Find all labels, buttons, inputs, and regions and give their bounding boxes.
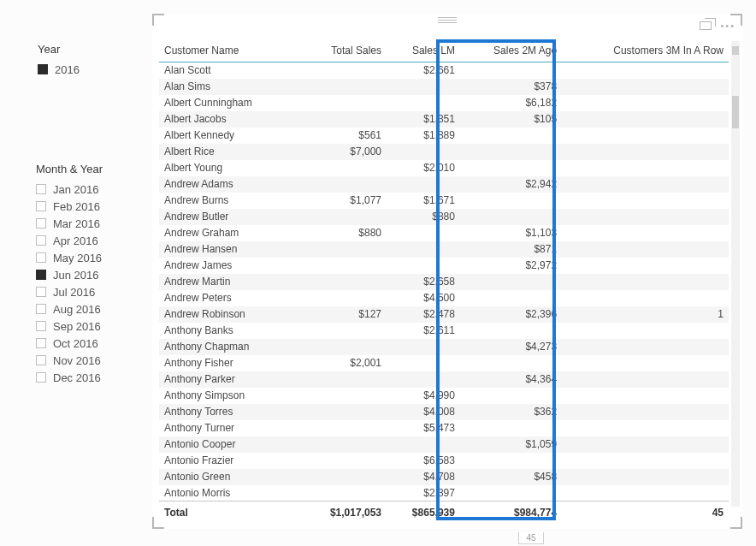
cell-m2 [460, 209, 562, 225]
scroll-arrow-up-icon[interactable] [732, 46, 739, 55]
cell-m2 [460, 62, 562, 79]
checkbox-icon[interactable] [36, 338, 46, 348]
col-total-sales[interactable]: Total Sales [301, 41, 387, 62]
col-customer-name[interactable]: Customer Name [159, 41, 301, 62]
table-row[interactable]: Albert Young$2,010 [159, 160, 729, 176]
month-item[interactable]: Aug 2016 [36, 300, 147, 318]
table-row[interactable]: Andrew James$2,972 [159, 258, 729, 274]
table-row[interactable]: Antonio Cooper$1,059 [159, 436, 729, 453]
checkbox-icon[interactable] [36, 270, 46, 280]
drag-handle-icon[interactable] [438, 17, 457, 23]
total-3m: 45 [562, 501, 729, 523]
table-row[interactable]: Anthony Banks$2,611 [159, 323, 729, 339]
checkbox-icon[interactable] [36, 321, 46, 331]
table-header-row[interactable]: Customer Name Total Sales Sales LM Sales… [159, 41, 729, 62]
table-row[interactable]: Anthony Chapman$4,273 [159, 339, 729, 355]
col-sales-2m[interactable]: Sales 2M Ago [460, 41, 562, 62]
slicer-month[interactable]: Month & Year Jan 2016Feb 2016Mar 2016Apr… [36, 163, 147, 386]
month-item[interactable]: Dec 2016 [36, 369, 147, 386]
table-row[interactable]: Andrew Graham$880$1,103 [159, 225, 729, 241]
checkbox-icon[interactable] [36, 287, 46, 297]
cell-lm: $1,889 [387, 128, 460, 144]
checkbox-icon[interactable] [36, 218, 46, 228]
table-row[interactable]: Andrew Burns$1,077$1,671 [159, 193, 729, 209]
scrollbar-vertical[interactable] [731, 41, 740, 507]
table-row[interactable]: Andrew Martin$2,658 [159, 274, 729, 290]
table-row[interactable]: Anthony Turner$5,473 [159, 420, 729, 436]
cell-total: $880 [301, 225, 387, 241]
cell-lm [387, 225, 460, 241]
table-row[interactable]: Antonio Green$4,708$458 [159, 469, 729, 485]
table-row[interactable]: Anthony Fisher$2,001 [159, 355, 729, 371]
more-options-icon[interactable]: ••• [720, 21, 735, 31]
cell-m2: $2,972 [460, 258, 562, 274]
cell-m2 [460, 144, 562, 160]
table-row[interactable]: Alan Scott$2,661 [159, 62, 729, 79]
table-visual[interactable]: ••• Customer Name Total Sales Sales LM S… [152, 14, 742, 529]
month-item[interactable]: May 2016 [36, 249, 147, 266]
cell-lm: $2,010 [387, 160, 460, 176]
slicer-item-label: Mar 2016 [53, 217, 100, 230]
checkbox-icon[interactable] [36, 304, 46, 314]
cell-total [301, 323, 387, 339]
col-customers-3m[interactable]: Customers 3M In A Row [562, 41, 729, 62]
cell-name: Andrew Hansen [159, 241, 301, 258]
month-item[interactable]: Feb 2016 [36, 198, 147, 215]
cell-name: Andrew Adams [159, 176, 301, 193]
table-row[interactable]: Albert Cunningham$6,182 [159, 95, 729, 111]
slicer-year[interactable]: Year 2016 [38, 43, 140, 78]
cell-total: $7,000 [301, 144, 387, 160]
table-row[interactable]: Andrew Robinson$127$2,478$2,3961 [159, 306, 729, 323]
checkbox-icon[interactable] [36, 184, 46, 194]
checkbox-icon[interactable] [36, 201, 46, 211]
month-item[interactable]: Oct 2016 [36, 335, 147, 352]
cell-total [301, 371, 387, 388]
month-item[interactable]: Jan 2016 [36, 181, 147, 198]
table-row[interactable]: Andrew Adams$2,942 [159, 176, 729, 193]
cell-m2: $1,059 [460, 436, 562, 453]
table-row[interactable]: Anthony Parker$4,364 [159, 371, 729, 388]
cell-name: Anthony Simpson [159, 388, 301, 404]
scroll-thumb[interactable] [732, 96, 739, 128]
corner-handle[interactable] [152, 14, 164, 26]
cell-m2 [460, 290, 562, 306]
month-item[interactable]: Mar 2016 [36, 215, 147, 232]
checkbox-icon[interactable] [38, 64, 48, 74]
checkbox-icon[interactable] [36, 235, 46, 246]
focus-mode-icon[interactable] [700, 21, 712, 30]
cell-c3 [562, 111, 729, 128]
cell-m2: $378 [460, 79, 562, 95]
cell-c3 [562, 404, 729, 420]
table-row[interactable]: Albert Kennedy$561$1,889 [159, 128, 729, 144]
table-row[interactable]: Andrew Butler$880 [159, 209, 729, 225]
total-sales: $1,017,053 [301, 501, 387, 523]
cell-name: Antonio Frazier [159, 453, 301, 469]
table-row[interactable]: Alan Sims$378 [159, 79, 729, 95]
month-item[interactable]: Jul 2016 [36, 283, 147, 300]
cell-total [301, 258, 387, 274]
table-row[interactable]: Antonio Morris$2,397 [159, 485, 729, 501]
checkbox-icon[interactable] [36, 372, 46, 383]
year-item[interactable]: 2016 [38, 61, 140, 78]
table-row[interactable]: Anthony Simpson$4,990 [159, 388, 729, 404]
table-row[interactable]: Andrew Hansen$871 [159, 241, 729, 258]
corner-handle[interactable] [730, 517, 742, 529]
table-row[interactable]: Andrew Peters$4,500 [159, 290, 729, 306]
cell-c3 [562, 95, 729, 111]
table-row[interactable]: Albert Jacobs$1,351$105 [159, 111, 729, 128]
cell-name: Antonio Green [159, 469, 301, 485]
month-item[interactable]: Apr 2016 [36, 232, 147, 249]
month-item[interactable]: Sep 2016 [36, 318, 147, 335]
month-item[interactable]: Jun 2016 [36, 266, 147, 283]
cell-name: Anthony Torres [159, 404, 301, 420]
table-row[interactable]: Anthony Torres$4,008$362 [159, 404, 729, 420]
month-item[interactable]: Nov 2016 [36, 352, 147, 369]
cell-total [301, 420, 387, 436]
checkbox-icon[interactable] [36, 355, 46, 365]
cell-name: Anthony Fisher [159, 355, 301, 371]
cell-c3 [562, 274, 729, 290]
checkbox-icon[interactable] [36, 252, 46, 263]
col-sales-lm[interactable]: Sales LM [387, 41, 460, 62]
table-row[interactable]: Albert Rice$7,000 [159, 144, 729, 160]
table-row[interactable]: Antonio Frazier$6,583 [159, 453, 729, 469]
